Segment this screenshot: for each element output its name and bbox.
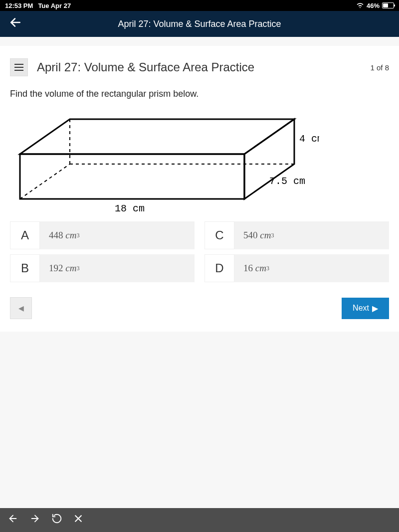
answer-text-d: 16 cm3 (234, 254, 389, 282)
browser-toolbar (0, 508, 399, 532)
nav-title: April 27: Volume & Surface Area Practice (118, 19, 281, 29)
nav-forward-icon[interactable] (29, 513, 40, 527)
close-icon[interactable] (73, 514, 83, 527)
page-counter: 1 of 8 (370, 63, 389, 72)
answer-text-c: 540 cm3 (234, 221, 389, 249)
status-time: 12:53 PM (5, 2, 33, 9)
answer-letter-c: C (204, 221, 234, 249)
answer-d[interactable]: D 16 cm3 (204, 254, 389, 282)
dim-height: 4 cm (299, 133, 319, 145)
battery-icon (382, 2, 394, 8)
app-nav-bar: April 27: Volume & Surface Area Practice (0, 11, 399, 37)
wifi-icon (356, 2, 364, 9)
prism-diagram: 4 cm 7.5 cm 18 cm (0, 109, 399, 219)
answer-c[interactable]: C 540 cm3 (204, 221, 389, 249)
dim-length: 18 cm (115, 203, 145, 214)
next-arrow-icon: ▶ (372, 304, 378, 313)
dim-depth: 7.5 cm (269, 176, 305, 187)
answer-letter-d: D (204, 254, 234, 282)
svg-rect-1 (20, 154, 244, 199)
answer-b[interactable]: B 192 cm3 (10, 254, 195, 282)
answer-grid: A 448 cm3 C 540 cm3 B 192 cm3 D 16 cm3 (0, 219, 399, 285)
answer-text-b: 192 cm3 (40, 254, 195, 282)
next-button[interactable]: Next ▶ (342, 298, 389, 319)
menu-button[interactable] (10, 58, 28, 76)
answer-a[interactable]: A 448 cm3 (10, 221, 195, 249)
nav-back-icon[interactable] (7, 513, 18, 527)
svg-marker-3 (244, 119, 294, 199)
back-arrow-icon[interactable] (9, 16, 22, 32)
battery-percent: 46% (367, 2, 380, 9)
answer-text-a: 448 cm3 (40, 221, 195, 249)
answer-letter-b: B (10, 254, 40, 282)
answer-letter-a: A (10, 221, 40, 249)
page-title: April 27: Volume & Surface Area Practice (37, 60, 370, 74)
reload-icon[interactable] (51, 513, 62, 527)
prev-button[interactable]: ◀ (10, 297, 32, 319)
status-bar: 12:53 PM Tue Apr 27 46% (0, 0, 399, 11)
svg-line-6 (20, 164, 70, 199)
question-prompt: Find the volume of the rectangular prism… (0, 84, 399, 109)
status-date: Tue Apr 27 (38, 2, 71, 9)
